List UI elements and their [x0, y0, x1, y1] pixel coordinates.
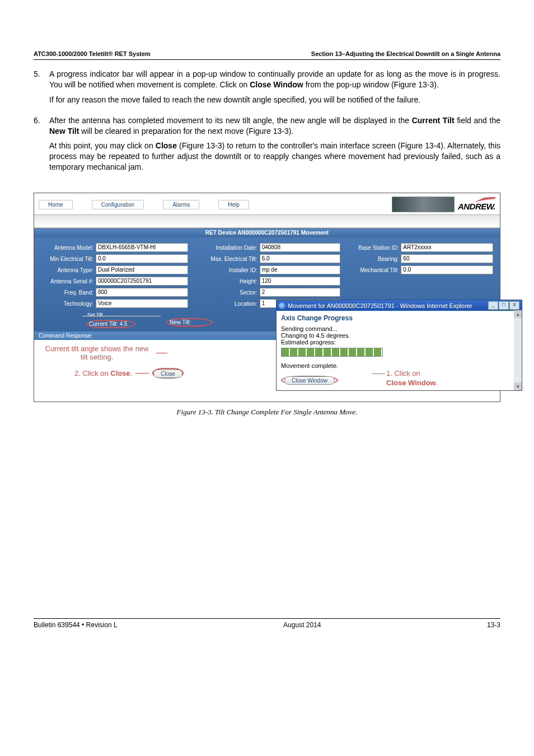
max-tilt-field[interactable]: 6.0	[260, 254, 341, 263]
nav-help[interactable]: Help	[218, 200, 249, 209]
antenna-type-label: Antenna Type:	[41, 267, 93, 273]
close-window-button[interactable]: Close Window	[284, 376, 335, 385]
step-6: 6. After the antenna has completed movem…	[34, 115, 500, 177]
progress-popup: Movement for AN000000C2072501791 - Windo…	[276, 300, 522, 391]
tech-field[interactable]: Voice	[96, 299, 188, 308]
step-number: 5.	[34, 69, 49, 110]
current-tilt-field[interactable]: 4.5	[120, 321, 132, 327]
step-5-p1: A progress indicator bar will appear in …	[49, 69, 500, 90]
bearing-field[interactable]: 60	[401, 254, 493, 263]
step-number: 6.	[34, 115, 49, 177]
install-date-field[interactable]: 040808	[260, 243, 341, 252]
mech-tilt-label: Mechanical Tilt:	[346, 267, 399, 273]
nav-alarms[interactable]: Alarms	[163, 200, 199, 209]
serial-field[interactable]: 000000C2072501791	[96, 277, 188, 286]
header-left: ATC300-1000/2000 Teletilt® RET System	[34, 50, 151, 57]
ie-icon	[279, 302, 285, 309]
nav-home[interactable]: Home	[39, 200, 73, 209]
step-5: 5. A progress indicator bar will appear …	[34, 69, 500, 110]
step-6-p2: At this point, you may click on Close (F…	[49, 141, 500, 172]
height-field[interactable]: 120	[260, 277, 341, 286]
sector-label: Sector:	[194, 290, 257, 296]
installer-field[interactable]: mp de	[260, 265, 341, 274]
brand-logo: ANDREW.	[458, 198, 495, 211]
current-tilt-label: Current Tilt:	[89, 321, 118, 327]
step-list: 5. A progress indicator bar will appear …	[34, 69, 500, 177]
height-label: Height:	[194, 278, 257, 284]
tech-label: Technology:	[41, 301, 93, 307]
nav-configuration[interactable]: Configuration	[92, 200, 144, 209]
popup-line-2: Changing to 4.5 degrees.	[281, 332, 517, 339]
antenna-model-field[interactable]: DBXLH-6565B-VTM-HI	[96, 243, 188, 252]
figure-13-3: Home Configuration Alarms Help ANDREW. R…	[34, 193, 500, 417]
close-button[interactable]: Close	[153, 370, 182, 378]
min-tilt-label: Min Electrical Tilt:	[41, 256, 93, 262]
annotation-close-window: 1. Click on Close Window.	[386, 369, 438, 388]
min-tilt-field[interactable]: 0.0	[96, 254, 188, 263]
sector-field[interactable]: 2	[260, 288, 341, 297]
bearing-label: Bearing:	[346, 256, 399, 262]
footer-right: 13-3	[487, 621, 500, 629]
maximize-icon[interactable]: □	[499, 301, 509, 310]
base-station-label: Base Station ID:	[346, 245, 399, 251]
footer-center: August 2014	[283, 621, 321, 629]
mech-tilt-field[interactable]: 0.0	[401, 265, 493, 274]
popup-title-text: Movement for AN000000C2072501791 - Windo…	[288, 302, 472, 309]
install-date-label: Installation Date:	[194, 245, 257, 251]
scroll-up-icon[interactable]: ▴	[514, 310, 522, 318]
popup-line-1: Sending command...	[281, 325, 517, 332]
step-5-p2: If for any reason the move failed to rea…	[49, 95, 500, 105]
base-station-field[interactable]: ART2xxxxx	[401, 243, 493, 252]
page-footer: Bulletin 639544 • Revision L August 2014…	[34, 618, 500, 629]
minimize-icon[interactable]: _	[488, 301, 498, 310]
antenna-type-field[interactable]: Dual Polarized	[96, 265, 188, 274]
freq-label: Freq. Band:	[41, 290, 93, 296]
antenna-model-label: Antenna Model:	[41, 245, 93, 251]
location-label: Location:	[194, 301, 257, 307]
popup-scrollbar[interactable]: ▴ ▾	[514, 310, 522, 390]
nav-bar: Home Configuration Alarms Help ANDREW.	[34, 193, 500, 214]
section-title: RET Device AN000000C2072501791 Movement	[34, 228, 500, 237]
scroll-down-icon[interactable]: ▾	[514, 382, 522, 390]
step-6-p1: After the antenna has completed movement…	[49, 115, 500, 137]
serial-label: Antenna Serial #:	[41, 278, 93, 284]
new-tilt-label: New Tilt:	[170, 319, 191, 325]
header-right: Section 13–Adjusting the Electrical Down…	[311, 50, 500, 57]
app-window: Home Configuration Alarms Help ANDREW. R…	[34, 193, 500, 402]
popup-heading: Axis Change Progress	[281, 314, 517, 322]
popup-line-4: Movement complete.	[281, 362, 517, 369]
set-tilt-legend: Set Tilt	[86, 312, 105, 318]
installer-label: Installer ID:	[194, 267, 257, 273]
freq-field[interactable]: 800	[96, 288, 188, 297]
page-header: ATC300-1000/2000 Teletilt® RET System Se…	[34, 50, 500, 60]
close-icon[interactable]: X	[509, 301, 519, 310]
max-tilt-label: Max. Electrical Tilt:	[194, 256, 257, 262]
figure-caption: Figure 13-3. Tilt Change Complete For Si…	[34, 408, 500, 417]
footer-left: Bulletin 639544 • Revision L	[34, 621, 118, 629]
popup-line-3: Estimated progress:	[281, 339, 517, 346]
brand-photo	[392, 197, 455, 212]
popup-titlebar[interactable]: Movement for AN000000C2072501791 - Windo…	[277, 300, 522, 311]
progress-bar	[281, 348, 383, 357]
